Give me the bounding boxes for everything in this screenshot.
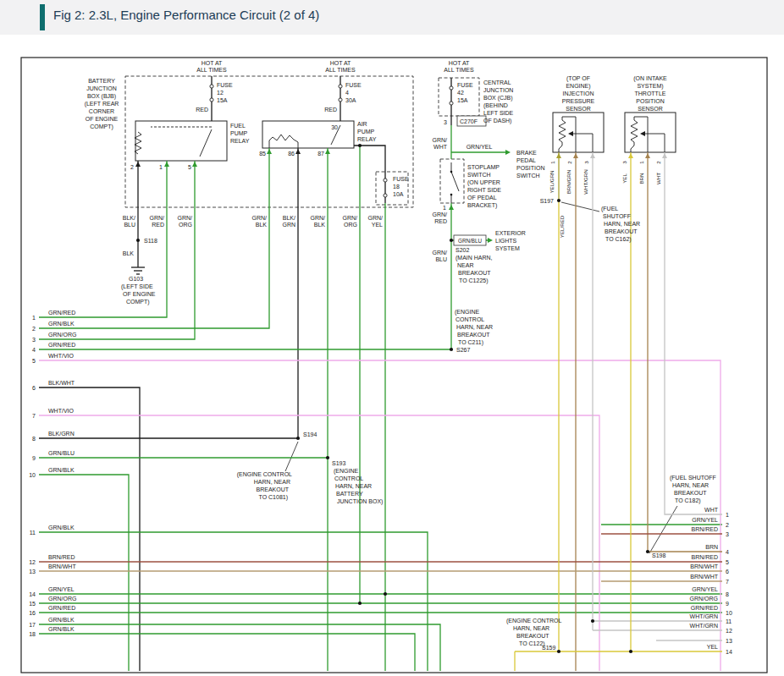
fuse-element — [339, 98, 342, 102]
diagram-label: BREAKOUT — [516, 633, 549, 639]
diagram-label: (ENGINE — [334, 468, 359, 475]
diagram-label: (ON INTAKE — [633, 75, 667, 82]
pin-number: 9 — [726, 601, 729, 607]
pin-number: 1 — [726, 512, 729, 518]
diagram-label: ALL TIMES — [325, 67, 356, 73]
pin-number: 2 — [32, 326, 36, 332]
fuse-element — [210, 85, 213, 88]
junction-dot — [384, 592, 387, 596]
wire-color-label: GRN/BLK — [48, 467, 75, 473]
junction-dot — [358, 602, 362, 605]
diagram-label: HOT AT — [330, 60, 351, 66]
diagram-label: WHT — [433, 144, 448, 150]
diagram-label: S194 — [303, 431, 317, 437]
wire-color-label: WHT/VIO — [48, 353, 74, 359]
diagram-label: SYSTEM — [495, 245, 520, 251]
diagram-label-vertical: WHT — [655, 173, 661, 184]
wire — [285, 442, 298, 471]
diagram-label: HOT AT — [202, 60, 223, 66]
diagram-label: SENSOR — [638, 106, 663, 112]
wire-color-label: GRN/ORG — [690, 596, 718, 602]
diagram-label: 1 — [443, 205, 446, 211]
diagram-label: S159 — [542, 645, 555, 651]
junction-dot — [591, 619, 594, 623]
diagram-label: 1 — [159, 164, 163, 170]
diagram-label: RELAY — [230, 138, 250, 144]
diagram-label: BREAKOUT — [605, 228, 638, 234]
pin-number: 15 — [29, 601, 36, 607]
diagram-label: 10A — [393, 191, 404, 197]
diagram-label: (ENGINE CONTROL — [506, 618, 561, 624]
fuse-element — [384, 194, 387, 197]
diagram-label-vertical: 3 — [583, 161, 589, 164]
diagram-label: HOT AT — [449, 60, 470, 66]
pin-number: 6 — [32, 385, 36, 391]
fuse-element — [384, 179, 387, 182]
wire-color-label: BRN/RED — [48, 554, 75, 560]
diagram-label: BLK/ — [123, 215, 135, 221]
junction-dot — [557, 199, 560, 202]
diagram-label: FUSE — [393, 176, 409, 182]
diagram-label: CONTROL — [455, 316, 484, 322]
pin-number: 12 — [726, 628, 732, 634]
diagram-label: FUSE — [217, 82, 233, 88]
diagram-label: 5 — [188, 164, 191, 170]
wire — [39, 532, 428, 671]
diagram-label: BREAKOUT — [674, 490, 707, 496]
diagram-label: JUNCTION — [483, 87, 513, 93]
pin-number: 13 — [29, 569, 36, 574]
diagram-label: 15A — [457, 97, 468, 103]
diagram-label: FUSE — [345, 82, 362, 88]
diagram-label-vertical: 2 — [566, 161, 572, 164]
diagram-label: LEFT SIDE — [483, 110, 514, 116]
diagram-label: (ENGINE CONTROL — [237, 471, 292, 478]
pin-number: 4 — [32, 347, 36, 353]
diagram-label: GRN/ — [252, 215, 268, 221]
diagram-label: GRN/BLU — [458, 238, 482, 244]
diagram-label-vertical: BRN — [638, 173, 644, 184]
diagram-label: SYSTEM) — [637, 83, 663, 90]
junction-dot — [450, 348, 453, 351]
pin-number: 2 — [726, 522, 729, 528]
diagram-label: 30A — [345, 97, 356, 103]
diagram-label: OF ENGINE — [86, 116, 119, 122]
pin-number: 7 — [726, 579, 729, 585]
diagram-label: BLU — [435, 256, 447, 262]
diagram-label: AIR — [357, 121, 367, 127]
diagram-label: CENTRAL — [483, 80, 511, 85]
diagram-label: HARN, NEAR — [672, 482, 709, 488]
diagram-label: SENSOR — [566, 106, 591, 112]
fuse-element — [210, 98, 213, 102]
pin-number: 11 — [30, 530, 36, 536]
arrowhead — [449, 205, 454, 210]
wire-color-label: YEL — [707, 644, 718, 650]
diagram-label: (TOP OF — [566, 75, 590, 82]
wire-color-label: GRN/YEL — [48, 586, 75, 592]
diagram-label-vertical: BRN/GRN — [566, 170, 571, 195]
fuse-element — [339, 85, 342, 88]
arrowhead — [573, 153, 578, 158]
wire-color-label: GRN/RED — [48, 310, 75, 316]
diagram-label: NEAR — [457, 262, 473, 268]
diagram-label: BREAKOUT — [457, 332, 490, 338]
diagram-label: JUNCTION — [86, 85, 116, 91]
diagram-label: SWITCH — [467, 172, 491, 178]
diagram-label: TO C1225) — [459, 278, 489, 284]
diagram-label: (FUEL SHUTOFF — [670, 475, 716, 481]
diagram-label: RED — [324, 107, 337, 113]
diagram-label: (ON UPPER — [467, 179, 500, 186]
junction-dot — [136, 239, 140, 242]
wire-color-label: WHT/GRN — [690, 623, 718, 629]
diagram-label: BOX (BJB) — [87, 93, 116, 100]
diagram-label: INJECTION — [563, 91, 594, 96]
arrowhead — [645, 153, 650, 158]
diagram-label: (LEFT SIDE — [121, 283, 153, 290]
wire-color-label: GRN/BLK — [48, 321, 75, 327]
wire-color-label: GRN/ORG — [48, 596, 76, 602]
diagram-label: BLK — [256, 222, 268, 228]
diagram-label: RED — [434, 218, 447, 224]
arrowhead — [267, 149, 272, 154]
diagram-label: 12 — [217, 90, 224, 96]
wire — [354, 146, 385, 203]
pin-number: 12 — [29, 559, 36, 565]
